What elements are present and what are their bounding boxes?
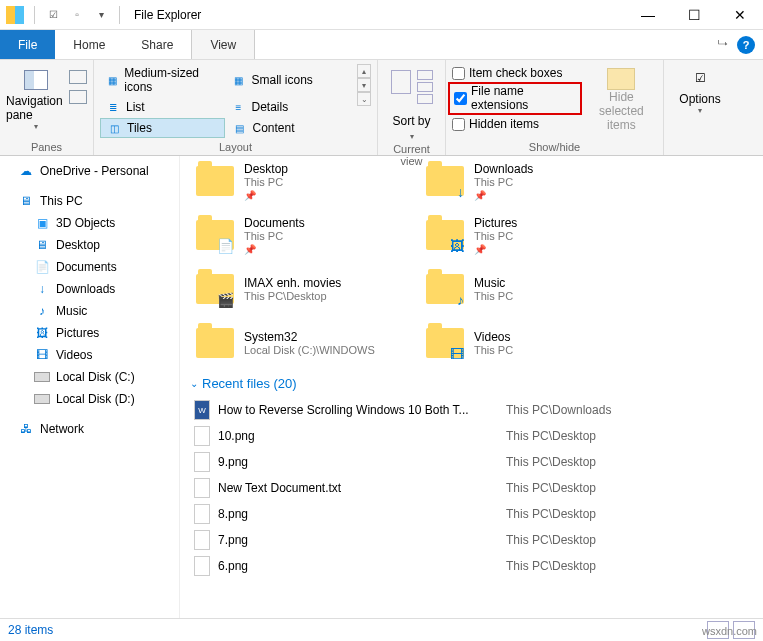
qat-folder-icon[interactable]: ▫ [67, 5, 87, 25]
layout-tiles[interactable]: ◫Tiles [100, 118, 225, 138]
groupby-icon[interactable] [417, 70, 433, 80]
nav-documents[interactable]: 📄Documents [0, 256, 179, 278]
minimize-button[interactable]: — [625, 0, 671, 30]
recent-file-row[interactable]: New Text Document.txt This PC\Desktop [190, 475, 753, 501]
help-icon[interactable]: ? [737, 36, 755, 54]
tile-name: Music [474, 276, 513, 290]
item-check-boxes-checkbox[interactable]: Item check boxes [452, 66, 578, 80]
nav-downloads[interactable]: ↓Downloads [0, 278, 179, 300]
file-path: This PC\Downloads [506, 403, 611, 417]
file-path: This PC\Desktop [506, 559, 596, 573]
tile-name: Pictures [474, 216, 517, 230]
file-name: 7.png [218, 533, 498, 547]
nav-desktop[interactable]: 🖥Desktop [0, 234, 179, 256]
details-pane-icon[interactable] [69, 90, 87, 104]
layout-content[interactable]: ▤Content [227, 118, 350, 138]
hidden-items-checkbox[interactable]: Hidden items [452, 117, 578, 131]
layout-details[interactable]: ≡Details [226, 98, 350, 116]
nav-3dobjects[interactable]: ▣3D Objects [0, 212, 179, 234]
nav-music[interactable]: ♪Music [0, 300, 179, 322]
file-menu[interactable]: File [0, 30, 55, 59]
sizecolumns-icon[interactable] [417, 94, 433, 104]
layout-small-icons[interactable]: ▦Small icons [226, 64, 350, 96]
sort-by-button[interactable]: Sort by [392, 114, 430, 128]
file-icon [194, 556, 210, 576]
nav-onedrive[interactable]: ☁OneDrive - Personal [0, 160, 179, 182]
maximize-button[interactable]: ☐ [671, 0, 717, 30]
tile-sub: This PC [474, 344, 513, 356]
file-icon [194, 452, 210, 472]
tile-name: Documents [244, 216, 305, 230]
preview-pane-icon[interactable] [69, 70, 87, 84]
nav-tree[interactable]: ☁OneDrive - Personal 🖥This PC ▣3D Object… [0, 156, 180, 618]
tile-sub: Local Disk (C:)\WINDOWS [244, 344, 375, 356]
folder-tile[interactable]: ♪ MusicThis PC [420, 264, 630, 314]
tab-home[interactable]: Home [55, 30, 123, 59]
close-button[interactable]: ✕ [717, 0, 763, 30]
file-icon [194, 478, 210, 498]
options-button[interactable]: ☑ Options ▾ [670, 64, 730, 115]
watermark: wsxdn.com [702, 625, 757, 637]
folder-tile[interactable]: DesktopThis PC📌 [190, 156, 400, 206]
recent-file-row[interactable]: 7.png This PC\Desktop [190, 527, 753, 553]
pin-icon: 📌 [244, 190, 288, 201]
layout-list[interactable]: ≣List [100, 98, 224, 116]
content-area: ☁OneDrive - Personal 🖥This PC ▣3D Object… [0, 156, 763, 618]
main-pane[interactable]: DesktopThis PC📌↓ DownloadsThis PC📌📄 Docu… [180, 156, 763, 618]
folder-tile[interactable]: 🎞 VideosThis PC [420, 318, 630, 368]
tile-name: Desktop [244, 162, 288, 176]
nav-localdisk-d[interactable]: Local Disk (D:) [0, 388, 179, 410]
file-path: This PC\Desktop [506, 533, 596, 547]
layout-scroll[interactable]: ▴▾⌄ [357, 64, 371, 106]
recent-file-row[interactable]: 8.png This PC\Desktop [190, 501, 753, 527]
pin-icon: 📌 [244, 244, 305, 255]
tab-view[interactable]: View [191, 30, 255, 59]
showhide-group-label: Show/hide [452, 139, 657, 153]
file-path: This PC\Desktop [506, 507, 596, 521]
folder-tile[interactable]: 📄 DocumentsThis PC📌 [190, 210, 400, 260]
recent-file-row[interactable]: 10.png This PC\Desktop [190, 423, 753, 449]
file-path: This PC\Desktop [506, 455, 596, 469]
addcolumns-icon[interactable] [417, 82, 433, 92]
file-name-extensions-checkbox[interactable]: File name extensions [448, 82, 582, 115]
folder-icon: 🖼 [424, 214, 466, 256]
window-controls: — ☐ ✕ [625, 0, 763, 30]
folder-tile[interactable]: ↓ DownloadsThis PC📌 [420, 156, 630, 206]
folder-icon: ♪ [424, 268, 466, 310]
tile-sub: This PC [244, 230, 305, 242]
file-name: 6.png [218, 559, 498, 573]
navigation-pane-label: Navigation pane [6, 94, 65, 122]
tile-name: Videos [474, 330, 513, 344]
pin-icon: 📌 [474, 190, 533, 201]
quick-access-toolbar: ☑ ▫ ▾ [30, 5, 124, 25]
recent-file-row[interactable]: 9.png This PC\Desktop [190, 449, 753, 475]
nav-videos[interactable]: 🎞Videos [0, 344, 179, 366]
qat-check-icon[interactable]: ☑ [43, 5, 63, 25]
qat-dropdown-icon[interactable]: ▾ [91, 5, 111, 25]
file-path: This PC\Desktop [506, 481, 596, 495]
navigation-pane-icon [24, 70, 48, 90]
nav-pictures[interactable]: 🖼Pictures [0, 322, 179, 344]
tile-sub: This PC [474, 176, 533, 188]
recent-files-header[interactable]: ⌄Recent files (20) [190, 376, 753, 391]
nav-thispc[interactable]: 🖥This PC [0, 190, 179, 212]
nav-localdisk-c[interactable]: Local Disk (C:) [0, 366, 179, 388]
folder-icon: 🎞 [424, 322, 466, 364]
minimize-ribbon-icon[interactable]: ⮡ [715, 37, 731, 53]
tab-share[interactable]: Share [123, 30, 191, 59]
folder-icon: ↓ [424, 160, 466, 202]
folder-tile[interactable]: System32Local Disk (C:)\WINDOWS [190, 318, 400, 368]
hide-selected-items-button: Hide selected items [586, 64, 657, 132]
nav-network[interactable]: 🖧Network [0, 418, 179, 440]
item-count: 28 items [8, 623, 53, 637]
ribbon: Navigation pane ▾ Panes ▦Medium-sized ic… [0, 60, 763, 156]
tile-name: IMAX enh. movies [244, 276, 341, 290]
tile-sub: This PC\Desktop [244, 290, 341, 302]
layout-medium-icons[interactable]: ▦Medium-sized icons [100, 64, 224, 96]
recent-file-row[interactable]: 6.png This PC\Desktop [190, 553, 753, 579]
folder-icon: 🎬 [194, 268, 236, 310]
folder-tile[interactable]: 🎬 IMAX enh. moviesThis PC\Desktop [190, 264, 400, 314]
recent-file-row[interactable]: W How to Reverse Scrolling Windows 10 Bo… [190, 397, 753, 423]
navigation-pane-button[interactable]: Navigation pane ▾ [6, 64, 65, 136]
folder-tile[interactable]: 🖼 PicturesThis PC📌 [420, 210, 630, 260]
